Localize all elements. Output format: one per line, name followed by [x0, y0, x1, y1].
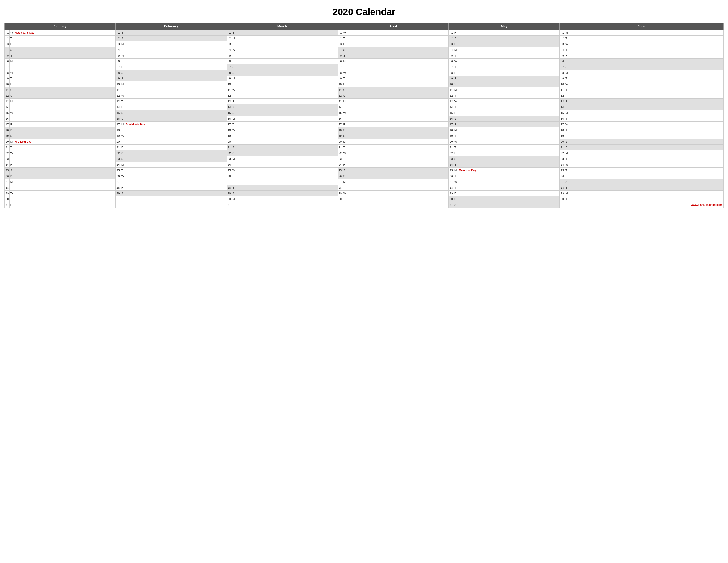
day-letter: M: [232, 116, 236, 122]
holiday-label: [125, 93, 227, 99]
day-letter: S: [121, 36, 125, 41]
day-number: 18: [449, 127, 454, 133]
day-letter: T: [232, 133, 236, 139]
day-letter: S: [232, 104, 236, 110]
day-number: 5: [5, 53, 10, 58]
holiday-label: [14, 36, 116, 41]
day-number: 14: [227, 104, 232, 110]
day-letter: S: [121, 76, 125, 81]
day-letter: S: [565, 145, 569, 150]
holiday-label: [458, 58, 560, 64]
holiday-label: [569, 196, 724, 202]
day-number: 3: [560, 41, 565, 47]
day-letter: W: [10, 110, 14, 116]
holiday-label: [125, 53, 227, 58]
holiday-label: [14, 47, 116, 53]
day-letter: T: [10, 196, 14, 202]
holiday-label: [458, 64, 560, 70]
day-number: 28: [560, 185, 565, 190]
day-letter: S: [232, 70, 236, 76]
day-number: 6: [227, 58, 232, 64]
holiday-label: [125, 133, 227, 139]
day-number: 12: [116, 93, 121, 99]
holiday-label: [14, 41, 116, 47]
day-number: 4: [338, 47, 343, 53]
day-letter: W: [232, 127, 236, 133]
empty-cell: [125, 202, 227, 208]
empty-cell: [343, 202, 347, 208]
day-number: 30: [449, 196, 454, 202]
holiday-label: [458, 196, 560, 202]
day-letter: T: [565, 167, 569, 173]
holiday-label: [458, 150, 560, 156]
holiday-label: [569, 36, 724, 41]
day-letter: M: [565, 190, 569, 196]
day-letter: T: [565, 76, 569, 81]
day-letter: T: [10, 116, 14, 122]
day-number: 20: [560, 139, 565, 145]
holiday-label: [125, 190, 227, 196]
day-number: 13: [338, 99, 343, 104]
day-letter: T: [565, 116, 569, 122]
holiday-label: [569, 70, 724, 76]
day-number: 14: [5, 104, 10, 110]
day-number: 30: [227, 196, 232, 202]
holiday-label: Presidents Day: [125, 122, 227, 127]
day-letter: T: [121, 127, 125, 133]
holiday-label: M L King Day: [14, 139, 116, 145]
day-number: 15: [227, 110, 232, 116]
day-number: 27: [449, 179, 454, 185]
day-number: 20: [338, 139, 343, 145]
day-number: 14: [560, 104, 565, 110]
day-number: 19: [116, 133, 121, 139]
holiday-label: [14, 156, 116, 162]
day-number: 22: [449, 150, 454, 156]
day-letter: T: [343, 104, 347, 110]
holiday-label: [14, 145, 116, 150]
day-letter: F: [454, 190, 458, 196]
holiday-label: [236, 47, 338, 53]
holiday-label: [458, 133, 560, 139]
day-letter: S: [10, 133, 14, 139]
day-number: 26: [116, 173, 121, 179]
holiday-label: New Year's Day: [14, 30, 116, 36]
holiday-label: [458, 53, 560, 58]
day-number: 22: [227, 150, 232, 156]
day-letter: F: [232, 58, 236, 64]
holiday-label: [125, 41, 227, 47]
day-number: 21: [5, 145, 10, 150]
holiday-label: [14, 110, 116, 116]
table-row: 14T14F14S14T14T14S: [5, 104, 724, 110]
day-number: 12: [449, 93, 454, 99]
holiday-label: [125, 150, 227, 156]
day-number: 1: [449, 30, 454, 36]
day-letter: T: [121, 87, 125, 93]
day-letter: S: [454, 162, 458, 167]
holiday-label: [14, 81, 116, 87]
day-letter: M: [10, 139, 14, 145]
holiday-label: [347, 116, 449, 122]
day-number: 29: [227, 190, 232, 196]
day-letter: F: [565, 93, 569, 99]
day-number: 26: [338, 173, 343, 179]
holiday-label: [347, 150, 449, 156]
day-letter: T: [565, 87, 569, 93]
table-row: 22W22S22S22W22F22M: [5, 150, 724, 156]
holiday-label: [14, 122, 116, 127]
day-number: 24: [449, 162, 454, 167]
table-row: 28T28F28S28T28T28S: [5, 185, 724, 190]
day-letter: T: [343, 64, 347, 70]
holiday-label: [14, 116, 116, 122]
day-number: 17: [560, 122, 565, 127]
holiday-label: [125, 36, 227, 41]
holiday-label: [14, 179, 116, 185]
day-letter: S: [343, 167, 347, 173]
day-number: 30: [5, 196, 10, 202]
holiday-label: [14, 127, 116, 133]
day-number: 1: [116, 30, 121, 36]
day-letter: M: [454, 47, 458, 53]
holiday-label: [236, 93, 338, 99]
holiday-label: [569, 162, 724, 167]
holiday-label: [569, 145, 724, 150]
holiday-label: [458, 179, 560, 185]
